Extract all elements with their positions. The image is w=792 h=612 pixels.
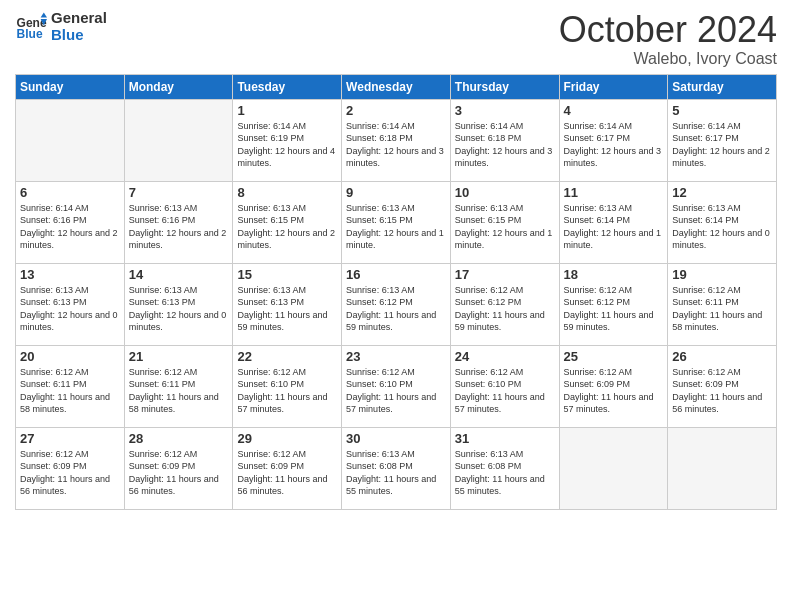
day-info: Sunrise: 6:12 AMSunset: 6:11 PMDaylight:… xyxy=(672,284,772,334)
calendar-cell: 14Sunrise: 6:13 AMSunset: 6:13 PMDayligh… xyxy=(124,263,233,345)
calendar-cell: 12Sunrise: 6:13 AMSunset: 6:14 PMDayligh… xyxy=(668,181,777,263)
day-number: 6 xyxy=(20,185,120,200)
day-header-friday: Friday xyxy=(559,74,668,99)
day-number: 1 xyxy=(237,103,337,118)
calendar-cell: 13Sunrise: 6:13 AMSunset: 6:13 PMDayligh… xyxy=(16,263,125,345)
logo: General Blue General Blue xyxy=(15,10,107,43)
calendar-cell: 29Sunrise: 6:12 AMSunset: 6:09 PMDayligh… xyxy=(233,427,342,509)
day-info: Sunrise: 6:12 AMSunset: 6:10 PMDaylight:… xyxy=(237,366,337,416)
calendar-cell: 21Sunrise: 6:12 AMSunset: 6:11 PMDayligh… xyxy=(124,345,233,427)
day-info: Sunrise: 6:12 AMSunset: 6:09 PMDaylight:… xyxy=(20,448,120,498)
day-number: 24 xyxy=(455,349,555,364)
day-header-sunday: Sunday xyxy=(16,74,125,99)
calendar-cell xyxy=(124,99,233,181)
calendar-cell: 2Sunrise: 6:14 AMSunset: 6:18 PMDaylight… xyxy=(342,99,451,181)
day-info: Sunrise: 6:13 AMSunset: 6:16 PMDaylight:… xyxy=(129,202,229,252)
day-info: Sunrise: 6:12 AMSunset: 6:12 PMDaylight:… xyxy=(455,284,555,334)
calendar-cell: 22Sunrise: 6:12 AMSunset: 6:10 PMDayligh… xyxy=(233,345,342,427)
day-number: 16 xyxy=(346,267,446,282)
day-number: 31 xyxy=(455,431,555,446)
calendar-week-4: 27Sunrise: 6:12 AMSunset: 6:09 PMDayligh… xyxy=(16,427,777,509)
day-info: Sunrise: 6:13 AMSunset: 6:15 PMDaylight:… xyxy=(237,202,337,252)
calendar-cell: 1Sunrise: 6:14 AMSunset: 6:19 PMDaylight… xyxy=(233,99,342,181)
svg-text:Blue: Blue xyxy=(17,27,43,41)
day-info: Sunrise: 6:14 AMSunset: 6:16 PMDaylight:… xyxy=(20,202,120,252)
calendar-table: SundayMondayTuesdayWednesdayThursdayFrid… xyxy=(15,74,777,510)
location-subtitle: Walebo, Ivory Coast xyxy=(559,50,777,68)
day-number: 27 xyxy=(20,431,120,446)
day-info: Sunrise: 6:13 AMSunset: 6:15 PMDaylight:… xyxy=(346,202,446,252)
calendar-cell: 31Sunrise: 6:13 AMSunset: 6:08 PMDayligh… xyxy=(450,427,559,509)
calendar-cell: 3Sunrise: 6:14 AMSunset: 6:18 PMDaylight… xyxy=(450,99,559,181)
day-info: Sunrise: 6:14 AMSunset: 6:17 PMDaylight:… xyxy=(672,120,772,170)
day-info: Sunrise: 6:13 AMSunset: 6:13 PMDaylight:… xyxy=(237,284,337,334)
day-number: 30 xyxy=(346,431,446,446)
day-info: Sunrise: 6:13 AMSunset: 6:12 PMDaylight:… xyxy=(346,284,446,334)
day-number: 14 xyxy=(129,267,229,282)
day-header-thursday: Thursday xyxy=(450,74,559,99)
day-number: 8 xyxy=(237,185,337,200)
day-info: Sunrise: 6:12 AMSunset: 6:09 PMDaylight:… xyxy=(129,448,229,498)
day-header-monday: Monday xyxy=(124,74,233,99)
calendar-cell: 27Sunrise: 6:12 AMSunset: 6:09 PMDayligh… xyxy=(16,427,125,509)
calendar-cell xyxy=(559,427,668,509)
calendar-cell: 23Sunrise: 6:12 AMSunset: 6:10 PMDayligh… xyxy=(342,345,451,427)
day-info: Sunrise: 6:12 AMSunset: 6:10 PMDaylight:… xyxy=(455,366,555,416)
day-info: Sunrise: 6:13 AMSunset: 6:13 PMDaylight:… xyxy=(129,284,229,334)
day-number: 26 xyxy=(672,349,772,364)
day-info: Sunrise: 6:13 AMSunset: 6:14 PMDaylight:… xyxy=(672,202,772,252)
calendar-cell: 26Sunrise: 6:12 AMSunset: 6:09 PMDayligh… xyxy=(668,345,777,427)
calendar-week-1: 6Sunrise: 6:14 AMSunset: 6:16 PMDaylight… xyxy=(16,181,777,263)
calendar-week-3: 20Sunrise: 6:12 AMSunset: 6:11 PMDayligh… xyxy=(16,345,777,427)
day-info: Sunrise: 6:12 AMSunset: 6:11 PMDaylight:… xyxy=(20,366,120,416)
day-number: 9 xyxy=(346,185,446,200)
day-number: 3 xyxy=(455,103,555,118)
day-info: Sunrise: 6:13 AMSunset: 6:08 PMDaylight:… xyxy=(346,448,446,498)
logo-icon: General Blue xyxy=(15,11,47,43)
day-info: Sunrise: 6:12 AMSunset: 6:10 PMDaylight:… xyxy=(346,366,446,416)
calendar-cell: 19Sunrise: 6:12 AMSunset: 6:11 PMDayligh… xyxy=(668,263,777,345)
day-number: 18 xyxy=(564,267,664,282)
calendar-cell: 11Sunrise: 6:13 AMSunset: 6:14 PMDayligh… xyxy=(559,181,668,263)
calendar-header-row: SundayMondayTuesdayWednesdayThursdayFrid… xyxy=(16,74,777,99)
day-info: Sunrise: 6:14 AMSunset: 6:19 PMDaylight:… xyxy=(237,120,337,170)
calendar-cell: 5Sunrise: 6:14 AMSunset: 6:17 PMDaylight… xyxy=(668,99,777,181)
day-number: 21 xyxy=(129,349,229,364)
calendar-cell xyxy=(16,99,125,181)
calendar-week-2: 13Sunrise: 6:13 AMSunset: 6:13 PMDayligh… xyxy=(16,263,777,345)
day-number: 20 xyxy=(20,349,120,364)
day-info: Sunrise: 6:12 AMSunset: 6:09 PMDaylight:… xyxy=(564,366,664,416)
logo-general: General xyxy=(51,10,107,27)
calendar-cell xyxy=(668,427,777,509)
day-info: Sunrise: 6:12 AMSunset: 6:12 PMDaylight:… xyxy=(564,284,664,334)
calendar-cell: 4Sunrise: 6:14 AMSunset: 6:17 PMDaylight… xyxy=(559,99,668,181)
day-number: 19 xyxy=(672,267,772,282)
calendar-cell: 10Sunrise: 6:13 AMSunset: 6:15 PMDayligh… xyxy=(450,181,559,263)
day-number: 13 xyxy=(20,267,120,282)
day-number: 15 xyxy=(237,267,337,282)
header: General Blue General Blue October 2024 W… xyxy=(15,10,777,68)
calendar-cell: 24Sunrise: 6:12 AMSunset: 6:10 PMDayligh… xyxy=(450,345,559,427)
day-number: 5 xyxy=(672,103,772,118)
day-number: 7 xyxy=(129,185,229,200)
day-info: Sunrise: 6:13 AMSunset: 6:15 PMDaylight:… xyxy=(455,202,555,252)
day-info: Sunrise: 6:12 AMSunset: 6:09 PMDaylight:… xyxy=(672,366,772,416)
calendar-week-0: 1Sunrise: 6:14 AMSunset: 6:19 PMDaylight… xyxy=(16,99,777,181)
day-info: Sunrise: 6:14 AMSunset: 6:17 PMDaylight:… xyxy=(564,120,664,170)
calendar-cell: 20Sunrise: 6:12 AMSunset: 6:11 PMDayligh… xyxy=(16,345,125,427)
calendar-cell: 25Sunrise: 6:12 AMSunset: 6:09 PMDayligh… xyxy=(559,345,668,427)
calendar-cell: 15Sunrise: 6:13 AMSunset: 6:13 PMDayligh… xyxy=(233,263,342,345)
day-number: 29 xyxy=(237,431,337,446)
calendar-cell: 18Sunrise: 6:12 AMSunset: 6:12 PMDayligh… xyxy=(559,263,668,345)
day-info: Sunrise: 6:13 AMSunset: 6:08 PMDaylight:… xyxy=(455,448,555,498)
calendar-cell: 30Sunrise: 6:13 AMSunset: 6:08 PMDayligh… xyxy=(342,427,451,509)
calendar-cell: 8Sunrise: 6:13 AMSunset: 6:15 PMDaylight… xyxy=(233,181,342,263)
calendar-cell: 6Sunrise: 6:14 AMSunset: 6:16 PMDaylight… xyxy=(16,181,125,263)
page: General Blue General Blue October 2024 W… xyxy=(0,0,792,612)
day-header-saturday: Saturday xyxy=(668,74,777,99)
day-number: 2 xyxy=(346,103,446,118)
day-number: 22 xyxy=(237,349,337,364)
month-title: October 2024 xyxy=(559,10,777,50)
title-block: October 2024 Walebo, Ivory Coast xyxy=(559,10,777,68)
day-number: 4 xyxy=(564,103,664,118)
